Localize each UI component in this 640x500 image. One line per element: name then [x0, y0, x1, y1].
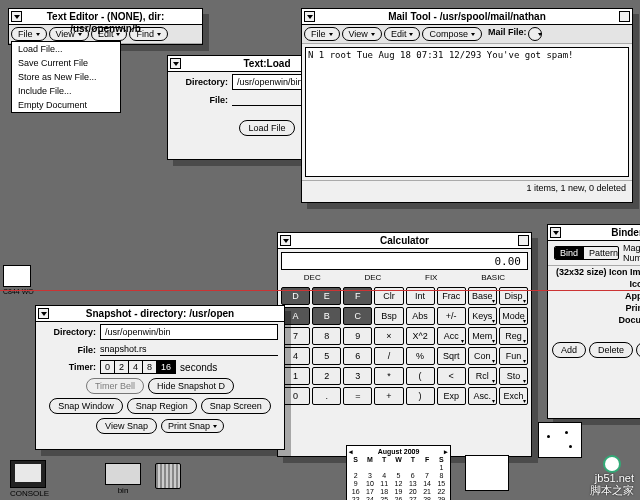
calc-key-[interactable]: * — [374, 367, 403, 385]
cal-day[interactable]: 14 — [420, 480, 433, 487]
cal-day[interactable]: 22 — [435, 488, 448, 495]
cal-day[interactable]: 21 — [420, 488, 433, 495]
calc-key-6[interactable]: 6 — [343, 347, 372, 365]
mail-menu-file[interactable]: File — [304, 27, 340, 41]
cal-day[interactable]: 3 — [363, 472, 376, 479]
calc-key-3[interactable]: 3 — [343, 367, 372, 385]
calc-key-7[interactable]: 7 — [281, 327, 310, 345]
cal-day[interactable]: 8 — [435, 472, 448, 479]
calc-key-fun[interactable]: Fun▾ — [499, 347, 528, 365]
print-snap-button[interactable]: Print Snap — [161, 419, 224, 433]
seg-bind[interactable]: Bind — [555, 247, 584, 259]
calc-key-exch[interactable]: Exch▾ — [499, 387, 528, 405]
cal-day[interactable]: 7 — [420, 472, 433, 479]
menu-file[interactable]: File — [11, 27, 47, 41]
calc-key-[interactable]: % — [406, 347, 435, 365]
cal-day[interactable]: 16 — [349, 488, 362, 495]
calendar-widget[interactable]: ◂ August 2009 ▸ SMTWTFS12345678910111213… — [346, 445, 451, 500]
timer-opt[interactable]: 8 — [143, 361, 157, 373]
mail-menu-view[interactable]: View — [342, 27, 382, 41]
window-menu-icon[interactable] — [304, 11, 315, 22]
cal-day[interactable]: 15 — [435, 480, 448, 487]
calc-key-[interactable]: < — [437, 367, 466, 385]
bin-folder-icon[interactable]: bin — [105, 463, 141, 495]
delete-button[interactable]: Delete — [589, 342, 633, 358]
calc-key-exp[interactable]: Exp — [437, 387, 466, 405]
cal-day[interactable] — [363, 464, 376, 471]
menu-item-save-current[interactable]: Save Current File — [12, 56, 120, 70]
calc-key-2[interactable]: 2 — [312, 367, 341, 385]
view-snap-button[interactable]: View Snap — [96, 418, 157, 434]
calc-key-[interactable]: . — [312, 387, 341, 405]
cal-day[interactable]: 18 — [378, 488, 391, 495]
snap-file-field[interactable]: snapshot.rs — [100, 344, 278, 356]
calc-key-a[interactable]: A — [281, 307, 310, 325]
timer-selector[interactable]: 0 2 4 8 16 — [100, 360, 176, 374]
cal-day[interactable]: 1 — [435, 464, 448, 471]
calc-titlebar[interactable]: Calculator — [278, 233, 531, 249]
calc-key-keys[interactable]: Keys▾ — [468, 307, 497, 325]
calc-key-con[interactable]: Con▾ — [468, 347, 497, 365]
snap-screen-button[interactable]: Snap Screen — [201, 398, 271, 414]
cal-day[interactable]: 17 — [363, 488, 376, 495]
cal-day[interactable]: 13 — [406, 480, 419, 487]
mail-row[interactable]: N 1 root Tue Aug 18 07:31 12/293 You've … — [308, 50, 626, 60]
mail-file-dropdown[interactable] — [528, 27, 542, 41]
calc-key-sqrt[interactable]: Sqrt — [437, 347, 466, 365]
cal-day[interactable]: 6 — [406, 472, 419, 479]
calc-key-bsp[interactable]: Bsp — [374, 307, 403, 325]
calc-key-c[interactable]: C — [343, 307, 372, 325]
timer-opt[interactable]: 0 — [101, 361, 115, 373]
cal-day[interactable] — [378, 464, 391, 471]
calc-key-x2[interactable]: X^2 — [406, 327, 435, 345]
resize-icon[interactable] — [518, 235, 529, 246]
calc-key-b[interactable]: B — [312, 307, 341, 325]
calc-key-5[interactable]: 5 — [312, 347, 341, 365]
cal-day[interactable]: 10 — [363, 480, 376, 487]
cal-day[interactable]: 25 — [378, 496, 391, 500]
calc-key-abs[interactable]: Abs — [406, 307, 435, 325]
mail-menu-compose[interactable]: Compose — [422, 27, 482, 41]
cal-day[interactable] — [406, 464, 419, 471]
cal-day[interactable]: 11 — [378, 480, 391, 487]
calc-key-mode[interactable]: Mode▾ — [499, 307, 528, 325]
cal-prev-icon[interactable]: ◂ — [349, 448, 353, 456]
text-editor-titlebar[interactable]: Text Editor - (NONE), dir: /usr/openwin/… — [9, 9, 202, 25]
timer-bell-button[interactable]: Timer Bell — [86, 378, 144, 394]
mail-message-list[interactable]: N 1 root Tue Aug 18 07:31 12/293 You've … — [305, 47, 629, 177]
cal-next-icon[interactable]: ▸ — [444, 448, 448, 456]
menu-item-empty-doc[interactable]: Empty Document — [12, 98, 120, 112]
cal-day[interactable]: 24 — [363, 496, 376, 500]
timer-opt[interactable]: 2 — [115, 361, 129, 373]
cal-day[interactable]: 12 — [392, 480, 405, 487]
cal-day[interactable]: 28 — [420, 496, 433, 500]
calc-key-[interactable]: × — [374, 327, 403, 345]
cal-day[interactable] — [420, 464, 433, 471]
iconified-window-1[interactable] — [465, 455, 509, 491]
cal-day[interactable]: 20 — [406, 488, 419, 495]
snapshot-titlebar[interactable]: Snapshot - directory: /usr/open — [36, 306, 284, 322]
bind-segment[interactable]: Bind Pattern — [554, 246, 619, 260]
timer-opt[interactable]: 16 — [157, 361, 175, 373]
trash-icon[interactable] — [155, 463, 181, 490]
load-file-button[interactable]: Load File — [239, 120, 294, 136]
cal-day[interactable]: 27 — [406, 496, 419, 500]
calc-key-asc[interactable]: Asc.▾ — [468, 387, 497, 405]
mail-titlebar[interactable]: Mail Tool - /usr/spool/mail/nathan — [302, 9, 632, 25]
calc-key-0[interactable]: 0 — [281, 387, 310, 405]
iconified-window-2[interactable] — [538, 422, 582, 458]
hide-snapshot-button[interactable]: Hide Snapshot D — [148, 378, 234, 394]
menu-item-load-file[interactable]: Load File... — [12, 42, 120, 56]
calc-key-rcl[interactable]: Rcl▾ — [468, 367, 497, 385]
cal-day[interactable]: 29 — [435, 496, 448, 500]
calc-key-[interactable]: = — [343, 387, 372, 405]
snap-dir-field[interactable]: /usr/openwin/bin — [100, 324, 278, 340]
cal-day[interactable]: 5 — [392, 472, 405, 479]
window-menu-icon[interactable] — [11, 11, 22, 22]
calc-key-9[interactable]: 9 — [343, 327, 372, 345]
calc-key-4[interactable]: 4 — [281, 347, 310, 365]
mail-menu-edit[interactable]: Edit — [384, 27, 421, 41]
cal-day[interactable]: 4 — [378, 472, 391, 479]
calc-key-8[interactable]: 8 — [312, 327, 341, 345]
cal-day[interactable]: 9 — [349, 480, 362, 487]
